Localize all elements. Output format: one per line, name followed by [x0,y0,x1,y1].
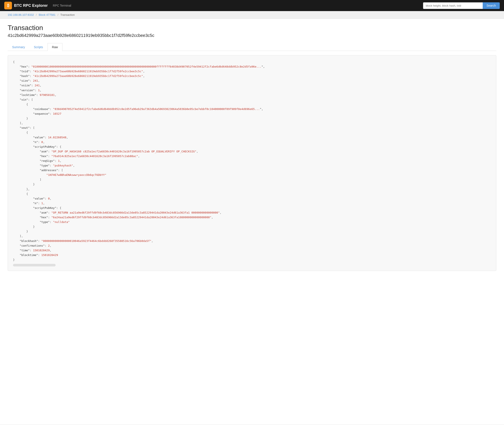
tx-hash: 41c2bd642999a273aae60b928e6860211919eb93… [8,33,496,38]
breadcrumb-sep-2: / [58,13,58,16]
tab-raw[interactable]: Raw [47,43,62,51]
brand-link[interactable]: ₿ BTC RPC Explorer [4,2,48,9]
rpc-terminal-link[interactable]: RPC Terminal [53,4,71,7]
navbar: ₿ BTC RPC Explorer RPC Terminal Search [0,0,504,11]
search-bar: Search [423,2,500,9]
breadcrumb: 192.168.86.107:8332 / Block 477581 / Tra… [0,11,504,19]
tab-scripts[interactable]: Scripts [29,43,47,51]
breadcrumb-sep-1: / [36,13,37,16]
page-title: Transaction [8,24,496,32]
brand-name: BTC RPC Explorer [14,3,48,8]
raw-json-panel: { "hex": "010000000100000000000000000000… [8,55,496,271]
brand-icon: ₿ [4,2,12,9]
search-input[interactable] [423,2,483,9]
search-button[interactable]: Search [483,2,500,9]
breadcrumb-block[interactable]: Block 477581 [39,13,56,16]
tabs-container: Summary Scripts Raw [8,43,496,51]
horizontal-scrollbar[interactable] [13,264,56,266]
main-content: Transaction 41c2bd642999a273aae60b928e68… [0,19,504,424]
tab-summary[interactable]: Summary [8,43,29,51]
breadcrumb-current: Transaction [60,13,75,16]
breadcrumb-home[interactable]: 192.168.86.107:8332 [8,13,34,16]
raw-json-content: { "hex": "010000000100000000000000000000… [13,60,491,262]
blocktime-link[interactable]: 1501028429 [41,253,58,257]
